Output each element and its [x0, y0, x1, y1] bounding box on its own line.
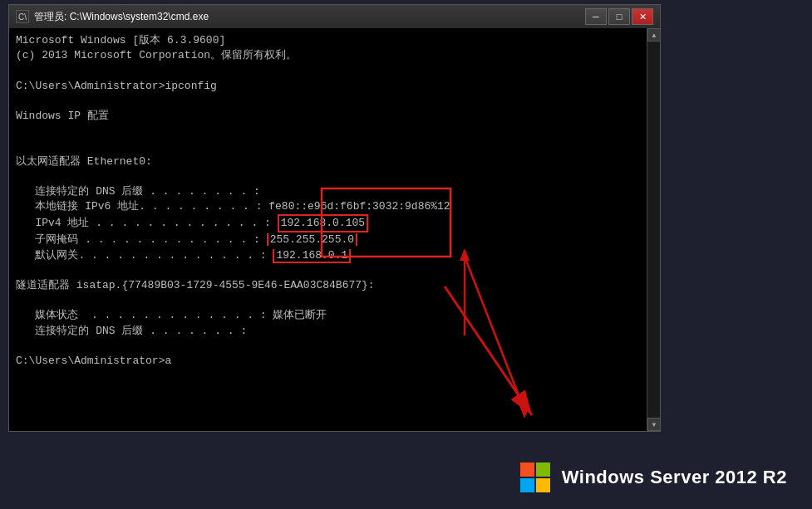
- cmd-line-15: 默认网关. . . . . . . . . . . . . . : 192.16…: [16, 248, 638, 263]
- branding-bold: Windows Server 2012 R2: [562, 467, 787, 487]
- cmd-line-11: 连接特定的 DNS 后缀 . . . . . . . . :: [16, 184, 638, 199]
- scroll-up-arrow[interactable]: ▲: [647, 28, 660, 42]
- cmd-line-16: [16, 263, 638, 278]
- windows-logo-grid: [520, 463, 550, 492]
- cmd-line-19: 媒体状态 . . . . . . . . . . . . . : 媒体已断开: [16, 308, 638, 323]
- windows-logo: [520, 463, 550, 492]
- close-button[interactable]: ✕: [632, 8, 653, 25]
- cmd-line-17: 隧道适配器 isatap.{77489B03-1729-4555-9E46-EA…: [16, 278, 638, 293]
- cmd-window: C\ 管理员: C:\Windows\system32\cmd.exe ─ □ …: [8, 4, 661, 432]
- subnet-highlight: 255.255.255.0: [267, 233, 357, 246]
- branding-text: Windows Server 2012 R2: [562, 467, 787, 488]
- cmd-titlebar: C\ 管理员: C:\Windows\system32\cmd.exe ─ □ …: [9, 5, 660, 28]
- cmd-line-22: C:\Users\Administrator>a: [16, 354, 638, 369]
- cmd-line-14: 子网掩码 . . . . . . . . . . . . . : 255.255…: [16, 232, 638, 247]
- cmd-line-4: C:\Users\Administrator>ipconfig: [16, 79, 638, 94]
- cmd-line-3: [16, 63, 638, 78]
- cmd-line-2: (c) 2013 Microsoft Corporation。保留所有权利。: [16, 48, 638, 63]
- windows-server-branding: Windows Server 2012 R2: [520, 463, 787, 492]
- arrow-head-2: [519, 406, 529, 418]
- window-controls: ─ □ ✕: [585, 8, 653, 25]
- cmd-line-18: [16, 293, 638, 308]
- desktop: C\ 管理员: C:\Windows\system32\cmd.exe ─ □ …: [0, 0, 812, 509]
- cmd-line-10: [16, 169, 638, 184]
- window-title: 管理员: C:\Windows\system32\cmd.exe: [34, 10, 209, 24]
- scrollbar-track[interactable]: [647, 42, 660, 418]
- maximize-button[interactable]: □: [608, 8, 630, 25]
- cmd-line-9: 以太网适配器 Ethernet0:: [16, 154, 638, 169]
- cmd-line-21: [16, 339, 638, 354]
- scroll-down-arrow[interactable]: ▼: [647, 418, 660, 431]
- cmd-body[interactable]: Microsoft Windows [版本 6.3.9600] (c) 2013…: [9, 28, 660, 431]
- scrollbar[interactable]: ▲ ▼: [647, 28, 660, 431]
- cmd-line-12: 本地链接 IPv6 地址. . . . . . . . . : fe80::e9…: [16, 199, 638, 214]
- cmd-line-8: [16, 139, 638, 154]
- cmd-line-6: Windows IP 配置: [16, 109, 638, 124]
- cmd-content: Microsoft Windows [版本 6.3.9600] (c) 2013…: [16, 33, 653, 369]
- cmd-line-5: [16, 94, 638, 109]
- gateway-highlight: 192.168.0.1: [273, 249, 351, 263]
- cmd-line-20: 连接特定的 DNS 后缀 . . . . . . . :: [16, 324, 638, 339]
- logo-quadrant-green: [536, 463, 550, 477]
- ipv4-highlight: 192.168.0.105: [278, 214, 368, 232]
- logo-quadrant-red: [520, 463, 534, 477]
- cmd-line-13: IPv4 地址 . . . . . . . . . . . . . : 192.…: [16, 214, 638, 232]
- cmd-app-icon: C\: [16, 10, 29, 23]
- logo-quadrant-blue: [520, 478, 534, 492]
- titlebar-left: C\ 管理员: C:\Windows\system32\cmd.exe: [16, 10, 209, 24]
- cmd-line-7: [16, 124, 638, 139]
- minimize-button[interactable]: ─: [585, 8, 607, 25]
- cmd-line-1: Microsoft Windows [版本 6.3.9600]: [16, 33, 638, 48]
- logo-quadrant-yellow: [536, 478, 550, 492]
